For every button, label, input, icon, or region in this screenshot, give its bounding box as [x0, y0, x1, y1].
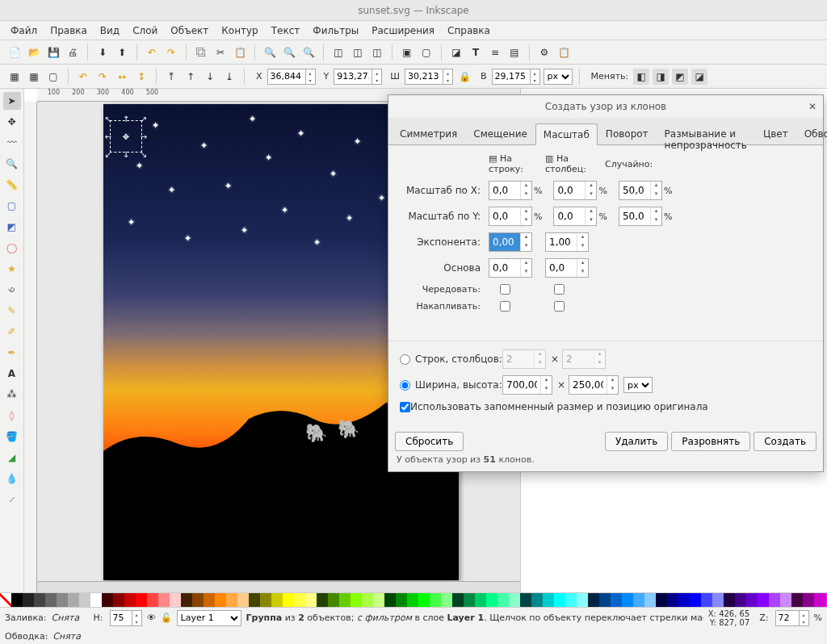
size-units-select[interactable]: px — [623, 377, 653, 393]
paste-icon[interactable]: 📋 — [232, 44, 248, 61]
selection-box[interactable]: ↖↑↗ ←✥→ ↙↓↘ — [110, 120, 142, 153]
color-swatch[interactable] — [497, 593, 509, 607]
color-swatch[interactable] — [531, 593, 543, 607]
color-swatch[interactable] — [701, 593, 712, 607]
color-swatch[interactable] — [769, 593, 780, 607]
connector-tool-icon[interactable]: ⟋ — [3, 491, 21, 508]
eye-icon[interactable]: 👁 — [147, 613, 156, 623]
color-swatch[interactable] — [599, 593, 611, 607]
bezier-tool-icon[interactable]: ✐ — [3, 323, 21, 341]
color-swatch[interactable] — [509, 593, 520, 607]
unlink-clone-icon[interactable]: ◫ — [369, 44, 385, 61]
color-swatch[interactable] — [712, 593, 724, 607]
cols-input[interactable]: ▴▾ — [562, 349, 606, 369]
color-swatch[interactable] — [328, 593, 339, 607]
selector-tool-icon[interactable]: ➤ — [3, 92, 21, 110]
zoom-input[interactable]: ▴▾ — [775, 610, 809, 626]
affect-corners-icon[interactable]: ◨ — [653, 69, 669, 85]
gradient-tool-icon[interactable]: ◢ — [3, 449, 21, 466]
menu-extensions[interactable]: Расширения — [366, 23, 440, 39]
reset-button[interactable]: Сбросить — [395, 432, 464, 451]
color-swatch[interactable] — [814, 593, 825, 607]
color-swatch[interactable] — [57, 593, 68, 607]
cumulate-row-checkbox[interactable] — [500, 301, 510, 312]
color-swatch[interactable] — [464, 593, 475, 607]
distribute-button[interactable]: Разровнять — [671, 432, 750, 451]
color-swatch[interactable] — [237, 593, 249, 607]
width-input[interactable]: ▴▾ — [502, 375, 552, 395]
rows-input[interactable]: ▴▾ — [502, 349, 546, 369]
text-dialog-icon[interactable]: T — [468, 44, 484, 61]
h-input[interactable]: ▴▾ — [492, 69, 540, 85]
color-swatch[interactable] — [294, 593, 305, 607]
fill-value[interactable]: Снята — [52, 613, 84, 623]
rotate-cw-icon[interactable]: ↷ — [94, 69, 111, 85]
pencil-tool-icon[interactable]: ✎ — [3, 302, 21, 320]
calligraphy-tool-icon[interactable]: ✒ — [3, 344, 21, 362]
affect-gradient-icon[interactable]: ◩ — [672, 69, 688, 85]
w-input[interactable]: ▴▾ — [405, 69, 453, 85]
export-icon[interactable]: ⬆ — [114, 44, 130, 61]
color-swatch[interactable] — [351, 593, 362, 607]
tweak-tool-icon[interactable]: 〰 — [3, 134, 21, 152]
color-swatch[interactable] — [520, 593, 531, 607]
color-swatch[interactable] — [317, 593, 328, 607]
color-swatch[interactable] — [724, 593, 735, 607]
color-swatch[interactable] — [678, 593, 690, 607]
dropper-tool-icon[interactable]: 💧 — [3, 470, 21, 487]
lock-icon[interactable]: 🔓 — [161, 613, 172, 623]
color-swatch[interactable] — [79, 593, 90, 607]
import-icon[interactable]: ⬇ — [94, 44, 111, 61]
color-swatch[interactable] — [158, 593, 170, 607]
color-swatch[interactable] — [690, 593, 701, 607]
alternate-row-checkbox[interactable] — [500, 284, 510, 295]
x-input[interactable]: ▴▾ — [267, 69, 316, 85]
ellipse-tool-icon[interactable]: ◯ — [3, 239, 21, 257]
lower-icon[interactable]: ↓ — [202, 69, 218, 85]
color-swatch[interactable] — [170, 593, 181, 607]
color-swatch[interactable] — [644, 593, 656, 607]
color-swatch[interactable] — [746, 593, 758, 607]
exponent-row-input[interactable]: ▴▾ — [489, 232, 532, 252]
color-swatch[interactable] — [543, 593, 554, 607]
color-swatch[interactable] — [102, 593, 113, 607]
rotate-ccw-icon[interactable]: ↶ — [75, 69, 91, 85]
select-all-icon[interactable]: ▦ — [26, 69, 42, 85]
stroke-value[interactable]: Снята — [52, 631, 81, 642]
close-icon[interactable]: ✕ — [808, 101, 817, 112]
color-swatch[interactable] — [305, 593, 317, 607]
color-swatch[interactable] — [147, 593, 158, 607]
new-file-icon[interactable]: 📄 — [6, 44, 23, 61]
redo-icon[interactable]: ↷ — [163, 44, 179, 61]
color-swatch[interactable] — [192, 593, 204, 607]
tab-shift[interactable]: Смещение — [465, 123, 535, 144]
color-swatch[interactable] — [656, 593, 667, 607]
menu-filters[interactable]: Фильтры — [307, 23, 364, 39]
affect-pattern-icon[interactable]: ◪ — [691, 69, 707, 85]
rows-cols-radio[interactable] — [400, 354, 410, 365]
lower-bottom-icon[interactable]: ⤓ — [221, 69, 237, 85]
tab-color[interactable]: Цвет — [755, 123, 796, 144]
color-swatch[interactable] — [441, 593, 452, 607]
xml-editor-icon[interactable]: ≡ — [487, 44, 503, 61]
color-swatch[interactable] — [260, 593, 271, 607]
text-tool-icon[interactable]: A — [3, 365, 21, 383]
color-swatch[interactable] — [283, 593, 294, 607]
color-swatch[interactable] — [396, 593, 407, 607]
deselect-icon[interactable]: ▢ — [45, 69, 61, 85]
color-swatch[interactable] — [384, 593, 396, 607]
cut-icon[interactable]: ✂ — [212, 44, 229, 61]
color-swatch[interactable] — [758, 593, 769, 607]
color-swatch[interactable] — [226, 593, 237, 607]
color-swatch[interactable] — [452, 593, 464, 607]
color-swatch[interactable] — [249, 593, 260, 607]
menu-path[interactable]: Контур — [216, 23, 263, 39]
menu-object[interactable]: Объект — [165, 23, 214, 39]
base-row-input[interactable]: ▴▾ — [489, 258, 532, 278]
menu-help[interactable]: Справка — [442, 23, 496, 39]
color-swatch[interactable] — [622, 593, 633, 607]
color-swatch[interactable] — [90, 593, 102, 607]
zoom-drawing-icon[interactable]: 🔍 — [281, 44, 297, 61]
exponent-col-input[interactable]: ▴▾ — [545, 232, 589, 252]
color-swatch[interactable] — [11, 593, 23, 607]
